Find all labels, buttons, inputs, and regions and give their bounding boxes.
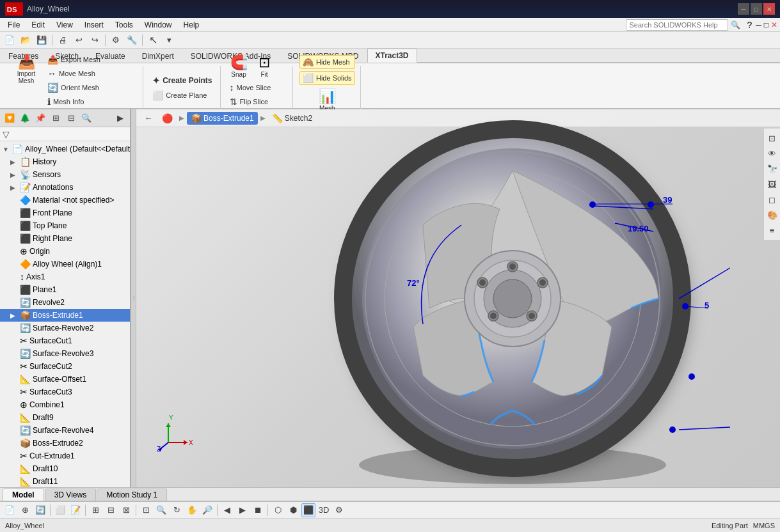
tree-surface-revolve3[interactable]: 🔄 Surface-Revolve3 [0,347,130,360]
tree-origin[interactable]: ⊕ Origin [0,245,130,258]
bt-wire[interactable]: ⬡ [271,503,285,517]
rs-hide-show[interactable]: ◻ [765,192,779,207]
redo-button[interactable]: ↪ [88,33,102,47]
menu-insert[interactable]: Insert [79,19,109,31]
bc-solidworks[interactable]: 🔴 [158,112,177,125]
flip-slice-button[interactable]: ⇅ Flip Slice [227,95,287,108]
expand-icon[interactable]: ⊞ [49,111,63,125]
save-button[interactable]: 💾 [35,33,49,47]
select-icon[interactable]: ↖ [146,33,160,47]
menu-tools[interactable]: Tools [110,19,138,31]
rs-display[interactable]: 🖼 [765,177,779,191]
tree-draft11[interactable]: 📐 Draft11 [0,475,130,487]
right-arrow-icon[interactable]: ▶ [113,111,127,125]
options-button[interactable]: 🔧 [125,33,139,47]
menu-edit[interactable]: Edit [26,19,50,31]
rs-view2[interactable]: 🔭 [765,162,779,176]
tree-surfacecut1[interactable]: ✂ SurfaceCut1 [0,334,130,347]
fit-button[interactable]: ⊡ Fit [253,54,276,80]
tab-motion-study[interactable]: Motion Study 1 [97,489,167,501]
tree-surface-offset1[interactable]: 📐 Surface-Offset1 [0,373,130,386]
close-button[interactable]: ✕ [763,3,775,15]
bt-section-view[interactable]: ⬜ [53,503,67,517]
tab-xtract3d[interactable]: XTract3D [367,49,417,63]
bt-icon3[interactable]: 🔄 [33,503,47,517]
tree-right-plane[interactable]: ⬛ Right Plane [0,232,130,245]
tree-root[interactable]: ▼ 📄 Alloy_Wheel (Default<<Default>_Disp [0,143,130,155]
search-tree-icon[interactable]: 🔍 [79,111,93,125]
panel-resize-handle[interactable]: ⋮ [131,109,136,487]
tree-alloy-align[interactable]: 🔶 Alloy Wheel (Align)1 [0,258,130,270]
bt-view3[interactable]: ⊠ [119,503,133,517]
min-icon[interactable]: ─ [756,20,761,29]
bt-pan[interactable]: ✋ [185,503,199,517]
close-icon-menu[interactable]: ✕ [771,20,777,29]
viewport[interactable]: ← 🔴 ▶ 📦 Boss-Extrude1 ▶ 📏 Sketch2 [136,109,780,487]
restore-icon[interactable]: □ [764,20,768,29]
tree-history[interactable]: ▶ 📋 History [0,155,130,168]
tree-plane1[interactable]: ⬛ Plane1 [0,283,130,296]
create-points-button[interactable]: ✦ Create Points [150,74,214,87]
bt-icon1[interactable]: 📄 [3,503,17,517]
tab-model[interactable]: Model [3,489,44,501]
pin-icon[interactable]: 📌 [33,111,47,125]
menu-window[interactable]: Window [139,19,177,31]
orient-mesh-button[interactable]: 🔄 Orient Mesh [45,81,138,94]
mesh-info-button[interactable]: ℹ Mesh Info [45,95,138,108]
hide-mesh-button[interactable]: 🙈 Hide Mesh [299,55,355,69]
snap-button[interactable]: 🧲 Snap [227,54,251,80]
bt-stop[interactable]: ⏹ [251,503,265,517]
rebuild-button[interactable]: ⚙ [109,33,123,47]
select-arrow[interactable]: ▾ [162,33,176,47]
bt-rotate[interactable]: ↻ [170,503,184,517]
rs-appearance[interactable]: 🎨 [765,208,779,222]
tree-revolve2[interactable]: 🔄 Revolve2 [0,296,130,309]
bt-view1[interactable]: ⊞ [88,503,102,517]
tree-surface-revolve4[interactable]: 🔄 Surface-Revolve4 [0,424,130,437]
open-button[interactable]: 📂 [19,33,33,47]
bt-zoom-area[interactable]: 🔍 [154,503,168,517]
minimize-button[interactable]: ─ [738,3,749,15]
bt-icon2[interactable]: ⊕ [18,503,32,517]
filter-icon[interactable]: 🔽 [3,111,17,125]
bt-prev-view[interactable]: ◀ [220,503,234,517]
bt-persp[interactable]: 3D [317,503,331,517]
tree-surfacecut2[interactable]: ✂ SurfaceCut2 [0,360,130,373]
undo-button[interactable]: ↩ [72,33,86,47]
hide-solids-button[interactable]: ⬜ Hide Solids [299,71,355,85]
rs-task[interactable]: ≡ [765,223,779,237]
tree-material[interactable]: 🔷 Material <not specified> [0,194,130,207]
bt-dynamic-ann[interactable]: 📝 [68,503,83,517]
tree-boss-extrude1[interactable]: ▶ 📦 Boss-Extrude1 [0,309,130,322]
bt-next-view[interactable]: ▶ [235,503,250,517]
menu-view[interactable]: View [51,19,78,31]
restore-button[interactable]: □ [751,3,762,15]
tree-draft9[interactable]: 📐 Draft9 [0,411,130,424]
bc-boss-extrude1[interactable]: 📦 Boss-Extrude1 [187,112,258,125]
move-mesh-button[interactable]: ↔ Move Mesh [45,67,138,80]
rs-view1[interactable]: 👁 [765,146,779,160]
bt-zoom-fit[interactable]: ⊡ [139,503,153,517]
export-mesh-button[interactable]: 📤 Export Mesh [45,53,138,66]
back-icon[interactable]: ← [141,111,155,125]
create-plane-button[interactable]: ⬜ Create Plane [150,89,214,102]
tab-3dviews[interactable]: 3D Views [45,489,96,501]
tree-surfacecut3[interactable]: ✂ SurfaceCut3 [0,386,130,398]
tree-cut-extrude1[interactable]: ✂ Cut-Extrude1 [0,450,130,462]
print-button[interactable]: 🖨 [56,33,70,47]
move-slice-button[interactable]: ↕ Move Slice [227,81,287,94]
tree-draft10[interactable]: 📐 Draft10 [0,462,130,475]
bt-zoom-in[interactable]: 🔎 [200,503,214,517]
rs-zoom-fit[interactable]: ⊡ [765,131,779,145]
menu-help[interactable]: Help [179,19,205,31]
collapse-icon[interactable]: ⊟ [64,111,78,125]
bt-view2[interactable]: ⊟ [104,503,118,517]
bt-settings[interactable]: ⚙ [332,503,346,517]
tree-icon[interactable]: 🌲 [18,111,32,125]
bt-shaded[interactable]: ⬢ [286,503,300,517]
tree-sensors[interactable]: ▶ 📡 Sensors [0,168,130,181]
tab-dimxpert[interactable]: DimXpert [134,49,182,63]
tree-boss-extrude2[interactable]: 📦 Boss-Extrude2 [0,437,130,450]
new-button[interactable]: 📄 [3,33,17,47]
tree-surface-revolve2[interactable]: 🔄 Surface-Revolve2 [0,322,130,334]
